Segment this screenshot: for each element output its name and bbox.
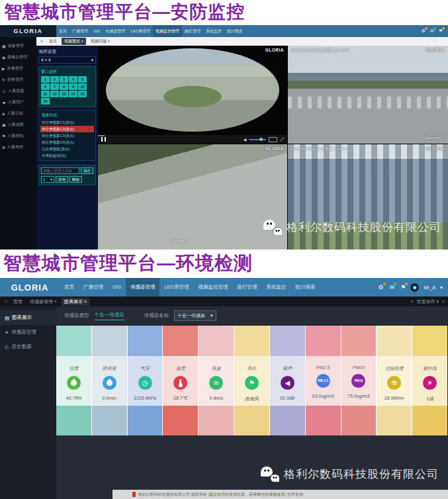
sidebar-item-人脸布控[interactable]: ≣人脸布控 <box>0 142 36 153</box>
nav-menu-item[interactable]: 首页 <box>60 278 79 296</box>
nav-menu-item[interactable]: GIS <box>108 278 126 296</box>
window-button-15[interactable]: 15 <box>78 91 87 97</box>
gloria-logo[interactable]: GLORIA <box>0 283 60 293</box>
sidebar-item-人脸识别[interactable]: ◈人脸识别 <box>0 108 36 119</box>
window-button-11[interactable]: 11 <box>41 91 50 97</box>
quality-button[interactable] <box>269 137 277 142</box>
tab-close-icon[interactable]: × <box>53 299 57 304</box>
window-button-1[interactable]: 1 <box>41 76 50 83</box>
nav-menu-item[interactable]: 广播管理 <box>79 278 108 296</box>
window-button-16[interactable]: 16 <box>41 98 50 105</box>
preset-item[interactable]: 四分屏预案C1(演示) <box>40 119 94 126</box>
sidebar-item-历史数据[interactable]: ◴历史数据 <box>0 340 56 354</box>
window-button-2[interactable]: 2 <box>50 76 59 83</box>
nav-menu-item[interactable]: LED屏管理 <box>128 25 153 37</box>
avatar[interactable]: ☻ <box>410 283 419 292</box>
environment-main: 传感器类型 十合一传感器 传感器名称 十合一传感器 ▾ 湿度40.7RH降雨量0… <box>56 306 448 499</box>
nav-menu-item[interactable]: 统计报表 <box>291 278 320 296</box>
window-button-10[interactable]: 10 <box>78 83 87 90</box>
tab-图表展示[interactable]: 图表展示 × <box>62 298 89 306</box>
video-feed-camera01[interactable]: 2019年07月31日 星期三 12:46:47 GLORIA Camera 0… <box>288 46 448 144</box>
window-button-14[interactable]: 14 <box>69 91 77 97</box>
nav-menu-item[interactable]: 路灯管理 <box>182 25 203 37</box>
message-icon[interactable]: ✉ <box>390 284 395 291</box>
nav-menu-item[interactable]: 路灯管理 <box>233 278 262 296</box>
nav-menu-item[interactable]: 视频监控管理 <box>153 25 182 37</box>
preset-name-input[interactable] <box>41 167 79 174</box>
sidebar-item-摄像头管理[interactable]: ◉摄像头管理 <box>0 52 36 63</box>
sidebar-item-设备管理[interactable]: ▦设备管理 <box>0 40 36 52</box>
preset-number-select[interactable]: 1 ▾ <box>41 176 54 183</box>
tab-close-icon[interactable]: × <box>107 39 110 43</box>
fullscreen-icon[interactable]: ⤢ <box>280 137 284 142</box>
video-feed-camera04[interactable]: GLORIA Camera 04 <box>98 144 287 250</box>
tabs-back-button[interactable]: « <box>3 299 9 304</box>
preset-item[interactable]: 四分屏预案C3(演示) <box>40 132 94 139</box>
delete-button[interactable]: 删除 <box>69 176 82 183</box>
sensor-value: 0.0mm <box>103 396 116 400</box>
window-button-8[interactable]: 8 <box>60 83 68 90</box>
nav-menu-item[interactable]: GIS <box>91 25 103 37</box>
tab-close-icon[interactable]: × <box>83 299 87 304</box>
tab-close-icon[interactable]: × <box>80 39 83 43</box>
section-security: 智慧城市管理平台—安防监控 GLORIA 首页广播管理GIS传感器管理LED屏管… <box>0 0 448 250</box>
window-button-7[interactable]: 7 <box>50 83 59 90</box>
sidebar-item-人脸地图[interactable]: ▣人脸地图 <box>0 119 36 130</box>
tab-operations-button[interactable]: 页签操作 ▾ <box>416 298 438 305</box>
settings-icon[interactable]: ⚙ <box>422 28 426 34</box>
window-button-3[interactable]: 3 <box>60 76 68 83</box>
sidebar-item-传感器管理[interactable]: ✦传感器管理 <box>0 325 56 340</box>
nav-menu-item[interactable]: 传感器管理 <box>126 278 160 296</box>
preset-item[interactable]: 九分屏预案(演示) <box>40 146 94 152</box>
window-button-13[interactable]: 13 <box>60 91 68 97</box>
video-progress[interactable] <box>98 135 105 136</box>
window-button-9[interactable]: 9 <box>69 83 77 90</box>
preset-item[interactable]: 四分屏预案C2(演示) <box>40 126 94 132</box>
volume-icon[interactable]: ◀ <box>244 137 247 142</box>
username[interactable]: Mr_A <box>424 285 435 291</box>
settings-icon[interactable]: ⚙ <box>379 284 384 291</box>
window-button-4[interactable]: 4 <box>69 76 77 83</box>
message-icon[interactable]: ✉ <box>430 28 434 34</box>
pause-button[interactable] <box>101 137 106 142</box>
preset-item[interactable]: 四分屏预案C4(演示) <box>40 139 94 146</box>
sidebar-item-图表展示[interactable]: ▤图表展示 <box>0 310 56 325</box>
preset-list-label: 预案列表 <box>42 113 93 118</box>
volume-slider[interactable] <box>249 139 266 140</box>
window-button-12[interactable]: 12 <box>50 91 59 97</box>
tab-传感器管理[interactable]: 传感器管理 × <box>27 298 60 306</box>
sidebar-item-巡更管理[interactable]: ↻巡更管理 <box>0 74 36 85</box>
tabs-back-button[interactable]: « <box>411 299 414 304</box>
matrix-select[interactable]: 4 × 4 ▾ <box>38 56 96 64</box>
tab-视频预览[interactable]: 视频预览 × <box>62 38 86 45</box>
sidebar-item-人脸用户[interactable]: ☻人脸用户 <box>0 97 36 108</box>
nav-menu-item[interactable]: 首页 <box>56 25 69 37</box>
sidebar-item-人脸资源[interactable]: ☺人脸资源 <box>0 85 36 97</box>
sidebar-item-人脸抓拍[interactable]: ⚑人脸抓拍 <box>0 130 36 142</box>
window-button-6[interactable]: 6 <box>41 83 50 90</box>
tab-首页[interactable]: 首页 <box>11 298 25 306</box>
nav-menu-item[interactable]: 系统监控 <box>262 278 291 296</box>
tabs-back-button[interactable]: « <box>39 39 44 44</box>
nav-menu-item[interactable]: 传感器管理 <box>103 25 128 37</box>
preset-item[interactable]: 全屏轮巡(演示) <box>40 152 94 159</box>
notification-icon[interactable]: ⚑ <box>439 28 443 34</box>
tab-首页[interactable]: 首页 <box>46 38 60 45</box>
nav-menu-item[interactable]: 统计报表 <box>224 25 246 37</box>
window-button-5[interactable]: 5 <box>78 76 87 83</box>
video-feed-fisheye[interactable]: GLORIA ◀ ⤢ <box>98 46 287 144</box>
tab-视频回放[interactable]: 视频回放 × <box>88 38 112 45</box>
nav-menu-item[interactable]: 视频监控管理 <box>194 278 233 296</box>
call-button[interactable]: 调用 <box>56 176 68 183</box>
nav-menu-item[interactable]: 系统监控 <box>203 25 224 37</box>
tab-close-all-button[interactable]: × <box>442 299 445 304</box>
sidebar-item-录像管理[interactable]: ▶录像管理 <box>0 63 36 74</box>
sensor-name-select[interactable]: 十合一传感器 ▾ <box>174 310 216 321</box>
nav-menu-item[interactable]: 广播管理 <box>69 25 91 37</box>
nav-menu-item[interactable]: LED屏管理 <box>159 278 193 296</box>
sensor-type-link[interactable]: 十合一传感器 <box>95 312 124 320</box>
notification-icon[interactable]: ⚑ <box>400 284 406 291</box>
save-button[interactable]: 保存 <box>81 167 93 174</box>
rainfall-icon <box>103 376 116 390</box>
gloria-logo[interactable]: GLORIA <box>0 25 56 37</box>
